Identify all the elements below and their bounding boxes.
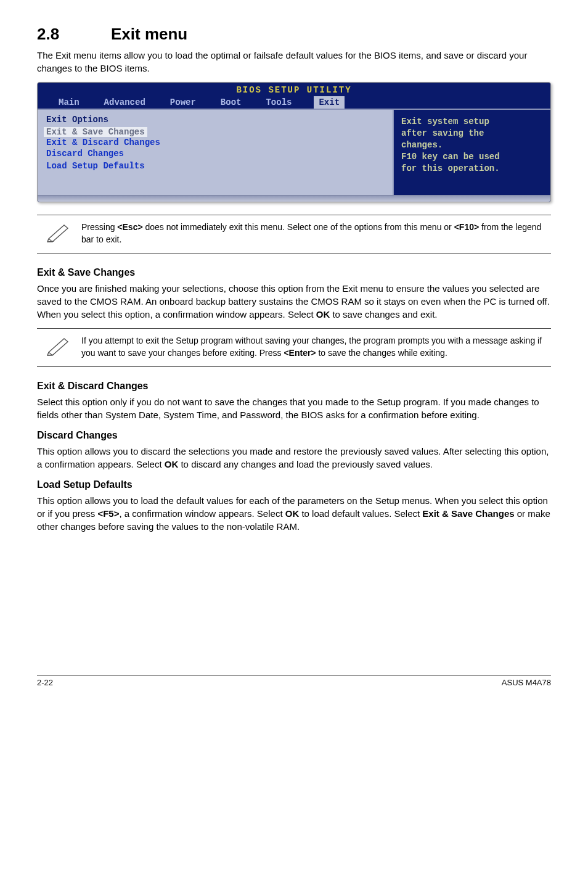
subhead-exit-save: Exit & Save Changes (37, 267, 551, 278)
bios-item-exit-save[interactable]: Exit & Save Changes (44, 127, 147, 137)
pencil-icon (37, 335, 81, 356)
bios-left-panel: Exit Options Exit & Save Changes Exit & … (38, 109, 394, 195)
bios-help-panel: Exit system setup after saving the chang… (394, 109, 550, 195)
subhead-exit-discard: Exit & Discard Changes (37, 381, 551, 392)
f10-key: <F10> (454, 222, 479, 232)
page-footer: 2-22 ASUS M4A78 (37, 675, 551, 687)
bios-setup-box: BIOS SETUP UTILITY Main Advanced Power B… (37, 82, 551, 202)
section-title: Exit menu (111, 25, 187, 43)
bios-tab-advanced[interactable]: Advanced (102, 96, 148, 109)
note-fragment: does not immediately exit this menu. Sel… (143, 222, 454, 232)
bios-title: BIOS SETUP UTILITY (56, 85, 532, 96)
exit-save-bold: Exit & Save Changes (422, 508, 514, 519)
text-fragment: , a confirmation window appears. Select (119, 508, 285, 519)
para-exit-save: Once you are finished making your select… (37, 282, 551, 321)
bios-footer-shadow (38, 195, 550, 202)
enter-key: <Enter> (284, 348, 316, 358)
text-fragment: to save changes and exit. (330, 309, 437, 320)
bios-left-title: Exit Options (46, 115, 384, 125)
bios-tabs: Main Advanced Power Boot Tools Exit (38, 96, 550, 109)
bios-help-line: changes. (401, 139, 543, 151)
ok-bold: OK (285, 508, 300, 519)
note-text: Pressing <Esc> does not immediately exit… (81, 221, 551, 245)
bios-help-line: after saving the (401, 128, 543, 139)
note-row-enter: If you attempt to exit the Setup program… (37, 328, 551, 367)
text-fragment: to discard any changes and load the prev… (178, 459, 433, 469)
bios-tab-exit[interactable]: Exit (314, 96, 345, 109)
note-fragment: Pressing (81, 222, 117, 232)
section-number: 2.8 (37, 25, 111, 44)
pencil-icon (37, 221, 81, 242)
bios-item-exit-discard[interactable]: Exit & Discard Changes (46, 137, 384, 148)
text-fragment: to load default values. Select (299, 508, 422, 519)
intro-paragraph: The Exit menu items allow you to load th… (37, 49, 551, 75)
page-number: 2-22 (37, 678, 53, 687)
subhead-discard: Discard Changes (37, 430, 551, 441)
note-row-esc: Pressing <Esc> does not immediately exit… (37, 215, 551, 254)
bios-tab-boot[interactable]: Boot (218, 96, 244, 109)
para-defaults: This option allows you to load the defau… (37, 494, 551, 533)
bios-body: Exit Options Exit & Save Changes Exit & … (38, 109, 550, 195)
bios-help-line: for this operation. (401, 163, 543, 175)
esc-key: <Esc> (117, 222, 142, 232)
note-fragment: to save the changes while exiting. (316, 348, 447, 358)
note-text: If you attempt to exit the Setup program… (81, 335, 551, 359)
ok-bold: OK (165, 459, 179, 469)
bios-item-defaults[interactable]: Load Setup Defaults (46, 160, 384, 171)
subhead-defaults: Load Setup Defaults (37, 479, 551, 490)
section-heading: 2.8Exit menu (37, 25, 551, 44)
para-discard: This option allows you to discard the se… (37, 445, 551, 471)
bios-help-line: Exit system setup (401, 116, 543, 128)
text-fragment: Once you are finished making your select… (37, 283, 550, 320)
bios-title-row: BIOS SETUP UTILITY (38, 83, 550, 96)
para-exit-discard: Select this option only if you do not wa… (37, 395, 551, 421)
bios-tab-tools[interactable]: Tools (263, 96, 294, 109)
bios-tab-power[interactable]: Power (168, 96, 198, 109)
f5-key: <F5> (97, 508, 119, 519)
ok-bold: OK (316, 309, 330, 320)
bios-help-line: F10 key can be used (401, 151, 543, 163)
bios-item-discard[interactable]: Discard Changes (46, 148, 384, 159)
footer-model: ASUS M4A78 (502, 678, 551, 687)
bios-tab-main[interactable]: Main (56, 96, 82, 109)
